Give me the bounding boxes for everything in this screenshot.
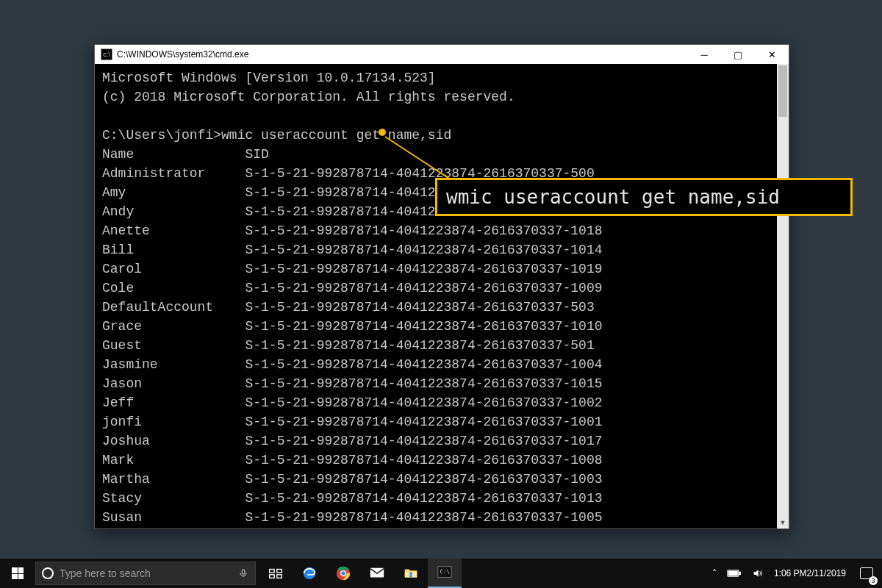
terminal-area: Microsoft Windows [Version 10.0.17134.52… [95, 64, 789, 528]
clock-date: 2/11/2019 [807, 568, 846, 578]
mail-icon[interactable] [360, 559, 394, 588]
svg-rect-3 [277, 570, 282, 573]
system-tray: ˄ 1:06 PM 2/11/2019 3 [707, 559, 882, 588]
clock-time: 1:06 PM [774, 568, 807, 578]
svg-rect-17 [728, 572, 737, 576]
cmd-icon: c:\ [101, 49, 112, 60]
svg-rect-1 [242, 570, 245, 574]
terminal-output[interactable]: Microsoft Windows [Version 10.0.17134.52… [95, 64, 777, 528]
svg-rect-16 [739, 572, 741, 574]
mic-icon[interactable] [232, 568, 255, 578]
svg-rect-12 [409, 572, 412, 577]
windows-logo-icon [12, 567, 24, 579]
window-title: C:\WINDOWS\system32\cmd.exe [117, 49, 248, 60]
titlebar[interactable]: c:\ C:\WINDOWS\system32\cmd.exe ─ ▢ ✕ [95, 45, 789, 64]
svg-rect-2 [270, 570, 274, 573]
volume-icon[interactable] [747, 559, 769, 588]
scrollbar[interactable]: ▲ ▼ [777, 64, 789, 528]
scroll-thumb[interactable] [778, 65, 787, 117]
taskbar: Type here to search C:\ ˄ [0, 559, 882, 588]
tray-overflow-icon[interactable]: ˄ [707, 559, 722, 588]
chrome-icon[interactable] [326, 559, 360, 588]
start-button[interactable] [0, 559, 35, 588]
callout-text: wmic useraccount get name,sid [446, 186, 780, 208]
notification-count: 3 [869, 576, 878, 585]
svg-rect-5 [277, 575, 282, 578]
edge-icon[interactable] [293, 559, 326, 588]
search-box[interactable]: Type here to search [35, 562, 256, 585]
callout-dot-icon [379, 129, 386, 136]
cmd-window: c:\ C:\WINDOWS\system32\cmd.exe ─ ▢ ✕ Mi… [94, 44, 789, 529]
close-button[interactable]: ✕ [755, 45, 789, 64]
svg-rect-10 [370, 568, 384, 578]
file-explorer-icon[interactable] [394, 559, 428, 588]
search-placeholder: Type here to search [60, 567, 151, 579]
svg-text:C:\: C:\ [440, 568, 450, 575]
task-view-button[interactable] [259, 559, 293, 588]
cortana-icon [36, 567, 60, 579]
scroll-down-icon[interactable]: ▼ [777, 517, 789, 528]
callout-box: wmic useraccount get name,sid [435, 178, 853, 216]
maximize-button[interactable]: ▢ [721, 45, 755, 64]
minimize-button[interactable]: ─ [687, 45, 721, 64]
svg-point-9 [341, 571, 345, 576]
action-center-button[interactable]: 3 [851, 559, 882, 588]
svg-rect-4 [270, 575, 274, 578]
clock[interactable]: 1:06 PM 2/11/2019 [769, 559, 851, 588]
cmd-taskbar-icon[interactable]: C:\ [428, 559, 462, 588]
battery-icon[interactable] [722, 559, 747, 588]
